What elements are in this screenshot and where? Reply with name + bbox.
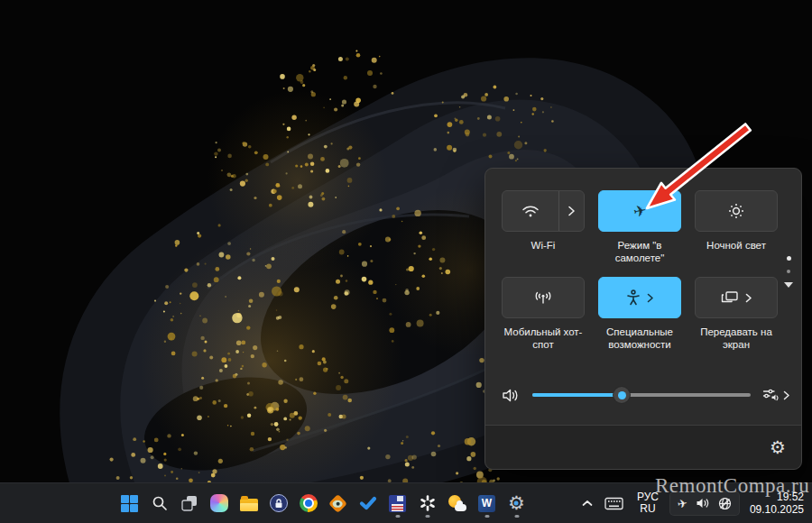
sound-output-button[interactable] [762,388,790,403]
tile-cell-hotspot: Мобильный хот-спот [502,277,585,351]
mobile-hotspot-label: Мобильный хот-спот [502,326,585,351]
quick-settings-footer: ⚙ [485,425,801,469]
windows-logo-icon [121,495,138,512]
accessibility-label: Специальные возможности [598,326,681,351]
night-light-icon [728,203,744,219]
wifi-button[interactable] [502,190,585,232]
chrome-icon [300,494,318,512]
airplane-icon: ✈ [632,201,648,222]
hidden-icons-chevron-button[interactable] [579,489,595,518]
search-button[interactable] [148,490,171,517]
volume-speaker-icon[interactable] [500,388,521,403]
keepass-button[interactable] [267,490,290,517]
weather-button[interactable] [446,490,468,517]
task-view-icon [180,494,198,512]
copilot-icon [210,494,228,512]
touch-keyboard-button[interactable] [602,489,626,518]
language-indicator[interactable]: РУС RU [632,491,663,515]
cast-label: Передавать на экран [695,326,778,351]
checkmark-icon [359,496,377,510]
search-icon [152,495,168,511]
accessibility-chevron-right-icon [647,293,654,303]
tile-cell-accessibility: Специальные возможности [598,277,681,351]
word-button[interactable]: W [475,490,498,517]
volume-row [500,382,790,408]
mobile-hotspot-icon [533,290,553,305]
task-view-button[interactable] [178,490,200,517]
pager-dot [787,270,790,273]
settings-gear-icon[interactable]: ⚙ [770,438,786,456]
wifi-chevron-right-icon[interactable] [559,191,584,231]
airplane-mode-label: Режим "в самолете" [598,239,681,264]
capture-tool-button[interactable] [327,490,349,517]
chevron-up-icon [582,500,593,507]
settings-gear-app-icon: ⚙ [508,494,525,513]
volume-fill [532,393,622,397]
chatgpt-button[interactable] [416,490,438,517]
wifi-label: Wi-Fi [531,239,556,264]
tray-status-icons[interactable]: ✈ [669,491,740,516]
tray-network-globe-icon [718,497,732,510]
eye-icon [328,493,347,512]
tile-cell-airplane: ✈ Режим "в самолете" [598,190,681,264]
clock-date: 09.10.2025 [750,503,804,516]
airplane-mode-button[interactable]: ✈ [598,190,681,232]
tray-airplane-icon: ✈ [677,496,688,511]
chrome-button[interactable] [297,490,319,517]
night-light-button[interactable] [695,190,778,232]
taskbar-icons: W ⚙ [118,483,528,523]
todo-check-button[interactable] [356,490,379,517]
wifi-icon [503,191,558,231]
cast-button[interactable] [695,277,778,318]
quick-settings-pager [784,256,793,288]
word-icon: W [478,495,495,512]
quick-settings-grid: Wi-Fi ✈ Режим "в самолете" [502,190,781,351]
volume-thumb[interactable] [614,387,630,403]
weather-sun-cloud-icon [448,494,466,512]
tray-volume-icon [696,497,710,509]
accessibility-button[interactable] [598,277,681,318]
mobile-hotspot-button[interactable] [502,277,585,318]
cast-chevron-right-icon [745,293,752,303]
file-explorer-button[interactable] [237,490,260,517]
taskbar-clock[interactable]: 19:52 09.10.2025 [746,491,807,516]
keyboard-icon [604,497,623,510]
lock-icon [270,494,288,512]
desktop: { "watermark": "RemontCompa.ru", "colors… [0,0,812,523]
pager-expand-down-icon[interactable] [784,282,793,288]
pager-dot-active [787,256,791,261]
cast-icon [721,290,739,305]
tile-cell-wifi: Wi-Fi [502,190,585,264]
settings-app-button[interactable]: ⚙ [505,490,528,517]
tile-cell-cast: Передавать на экран [695,277,778,351]
taskbar-system-tray: РУС RU ✈ 19:52 09.10.2025 [579,483,807,523]
volume-slider[interactable] [532,393,751,397]
sound-chevron-right-icon [783,390,790,400]
quick-settings-panel: Wi-Fi ✈ Режим "в самолете" [484,168,802,470]
language-secondary: RU [637,503,659,515]
clock-time: 19:52 [750,491,804,503]
accessibility-icon [626,289,641,306]
night-light-label: Ночной свет [706,239,766,264]
taskbar: W ⚙ РУС RU ✈ [0,482,812,523]
start-button[interactable] [118,490,141,517]
sound-mixer-icon [762,388,779,403]
save-tool-button[interactable] [386,490,409,517]
folder-icon [240,499,258,511]
copilot-button[interactable] [208,490,230,517]
chatgpt-knot-icon [419,494,437,512]
tile-cell-night-light: Ночной свет [695,190,778,264]
floppy-disk-icon [389,495,406,512]
